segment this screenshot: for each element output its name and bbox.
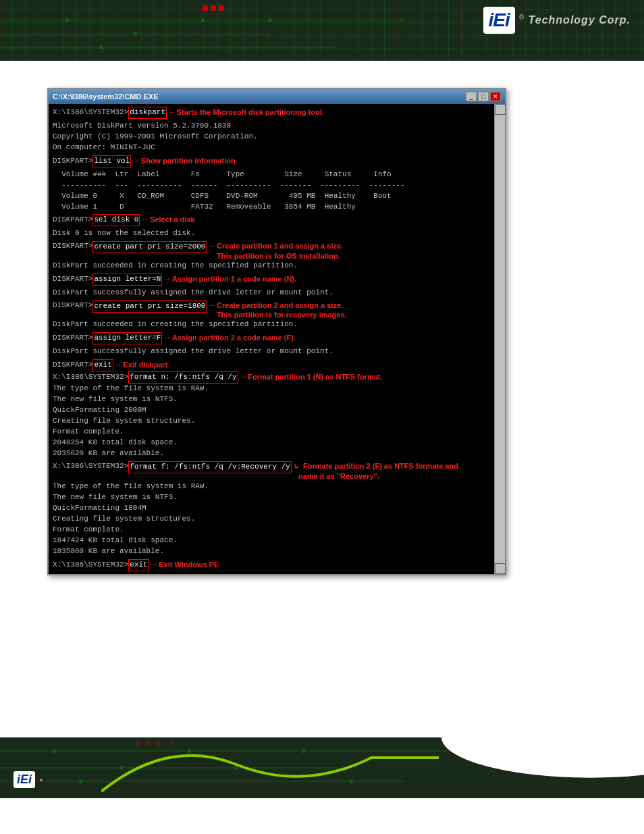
table-header: Volume ### Ltr Label Fs Type Size Status… xyxy=(53,170,490,180)
cmd-line-copyright: Copyright (C) 1999-2001 Microsoft Corpor… xyxy=(53,132,490,142)
annotation-seldisk: Select a disk xyxy=(150,215,195,226)
svg-point-6 xyxy=(99,45,103,49)
cmd-line-seldisk: DISKPART> sel disk 0 → Select a disk xyxy=(53,214,490,226)
cmd-createpart2: create part pri size=1800 xyxy=(92,301,207,313)
scroll-up-button[interactable]: ▲ xyxy=(495,104,506,115)
arrow-formatN: → xyxy=(241,372,246,383)
cmd-line-exitdiskpart: DISKPART> exit → Exit diskpart xyxy=(53,359,490,371)
cmd-line-formatN: X:\I386\SYSTEM32>format n: /fs:ntfs /q /… xyxy=(53,371,490,384)
version-text: Microsoft DiskPart version 5.2.3790.1830 xyxy=(53,122,231,130)
cmd-listvol: list vol xyxy=(92,155,131,167)
annotation-exitpe: Exit Windows PE xyxy=(159,560,219,571)
maximize-button[interactable]: □ xyxy=(478,92,489,101)
arrow-createpart2: → xyxy=(209,301,214,311)
close-button[interactable]: ✕ xyxy=(490,92,501,101)
cmd-line-assignF: DISKPART> assign letter=F → Assign parti… xyxy=(53,332,490,344)
svg-point-7 xyxy=(268,18,272,22)
arrow-exitpe: → xyxy=(152,560,157,571)
assignF-result: DiskPart successfully assigned the drive… xyxy=(53,347,333,355)
annotation-exitdiskpart: Exit diskpart xyxy=(123,360,167,371)
annotation-diskpart: Starts the Microsoft disk partitioning t… xyxy=(177,107,324,118)
cmd-outer-wrapper: C:\X:\I386\system32\CMD.EXE _ □ ✕ ▲ ▼ xyxy=(27,88,617,575)
createpart1-result: DiskPart succeeded in creating the speci… xyxy=(53,261,298,269)
createpart2-result: DiskPart succeeded in creating the speci… xyxy=(53,320,298,328)
bottom-spacer xyxy=(0,589,644,737)
minimize-button[interactable]: _ xyxy=(466,92,477,101)
annotation-formatF: ↳ Formate partition 2 (F) as NTFS format… xyxy=(294,461,458,482)
annotation-listvol: Show partition information xyxy=(141,156,236,167)
arrow-1: → xyxy=(169,107,174,118)
cmd-line-createpart2: DISKPART> create part pri size=1800 → Cr… xyxy=(53,301,490,320)
footer-green-curve xyxy=(101,737,439,798)
cmd-assignF: assign letter=F xyxy=(92,332,162,344)
arrow-createpart1: → xyxy=(209,241,214,252)
annotation-assignF: Assign partition 2 a code name (F). xyxy=(172,333,296,344)
cmd-formatN-3: QuickFormatting 2000M xyxy=(53,405,490,416)
table-sep: ---------- --- ---------- ------ -------… xyxy=(53,180,490,191)
cmd-body: ▲ ▼ X:\I386\SYSTEM32>diskpart → Starts t… xyxy=(49,104,505,574)
cmd-diskpart: diskpart xyxy=(128,107,167,119)
cmd-formatF-2: The new file system is NTFS. xyxy=(53,492,490,503)
cmd-titlebar: C:\X:\I386\system32\CMD.EXE _ □ ✕ xyxy=(49,89,505,104)
cmd-exitpe: exit xyxy=(128,559,149,571)
prompt-exitdiskpart: DISKPART> xyxy=(53,360,92,371)
table-row-1: Volume 1 D FAT32 Removeable 3854 MB Heal… xyxy=(53,202,490,213)
cmd-line-createpart1-result: DiskPart succeeded in creating the speci… xyxy=(53,261,490,271)
cmd-exitdiskpart: exit xyxy=(92,359,113,371)
cmd-line-exitpe: X:\I386\SYSTEM32>exit → Exit Windows PE xyxy=(53,559,490,571)
arrow-assignF: → xyxy=(165,333,169,344)
svg-point-3 xyxy=(65,18,70,22)
prompt-formatF: X:\I386\SYSTEM32> xyxy=(53,461,128,472)
header-decoration xyxy=(203,5,224,11)
prompt-seldisk: DISKPART> xyxy=(53,215,92,226)
cmd-line-assignN-result: DiskPart successfully assigned the drive… xyxy=(53,288,490,298)
cmd-formatF-7: 1835860 KB are available. xyxy=(53,546,490,557)
arrow-exitdiskpart: → xyxy=(116,360,121,371)
top-header: iEi ® Technology Corp. xyxy=(0,0,644,61)
cmd-formatF-3: QuickFormatting 1804M xyxy=(53,503,490,514)
cmd-line-assignN: DISKPART> assign letter=N → Assign parti… xyxy=(53,273,490,286)
annotation-formatN: Format partition 1 (N) as NTFS format. xyxy=(248,372,382,383)
cmd-controls[interactable]: _ □ ✕ xyxy=(466,92,501,101)
cmd-text-area: X:\I386\SYSTEM32>diskpart → Starts the M… xyxy=(53,107,490,571)
cmd-formatF: format f: /fs:ntfs /q /v:Recovery /y xyxy=(128,461,292,473)
annotation-createpart1: Create partition 1 and assign a size.Thi… xyxy=(217,241,343,261)
disk0-text: Disk 0 is now the selected disk. xyxy=(53,229,195,237)
scrollbar[interactable]: ▲ ▼ xyxy=(494,104,505,574)
cmd-formatF-6: 1847424 KB total disk space. xyxy=(53,536,490,546)
cmd-formatN-7: 2035620 KB are available. xyxy=(53,448,490,459)
cmd-line-computer: On computer: MININT-JUC xyxy=(53,142,490,153)
cmd-window: C:\X:\I386\system32\CMD.EXE _ □ ✕ ▲ ▼ xyxy=(47,88,506,575)
cmd-seldisk: sel disk 0 xyxy=(92,214,140,226)
cmd-assignN: assign letter=N xyxy=(92,273,162,286)
prompt-createpart1: DISKPART> xyxy=(53,241,92,252)
prompt-createpart2: DISKPART> xyxy=(53,301,92,311)
main-content: C:\X:\I386\system32\CMD.EXE _ □ ✕ ▲ ▼ xyxy=(0,74,644,589)
prompt-exitpe: X:\I386\SYSTEM32> xyxy=(53,560,128,571)
scroll-down-button[interactable]: ▼ xyxy=(495,563,506,574)
cmd-formatF-1: The type of the file system is RAW. xyxy=(53,481,490,492)
prompt-listvol: DISKPART> xyxy=(53,156,92,167)
cmd-line-disk0selected: Disk 0 is now the selected disk. xyxy=(53,228,490,239)
footer-logo-text: iEi xyxy=(14,771,35,788)
cmd-formatN-4: Creating file system structures. xyxy=(53,416,490,427)
cmd-line-createpart2-result: DiskPart succeeded in creating the speci… xyxy=(53,319,490,330)
prompt-assignF: DISKPART> xyxy=(53,333,92,344)
cmd-formatN: format n: /fs:ntfs /q /y xyxy=(128,371,238,384)
arrow-assignN: → xyxy=(165,274,169,285)
cmd-formatN-5: Format complete. xyxy=(53,427,490,438)
annotation-assignN: Assign partition 1 a code name (N). xyxy=(172,274,296,285)
cmd-line-diskpart: X:\I386\SYSTEM32>diskpart → Starts the M… xyxy=(53,107,490,119)
cmd-formatF-5: Format complete. xyxy=(53,525,490,536)
svg-point-4 xyxy=(133,32,137,36)
prompt-formatN: X:\I386\SYSTEM32> xyxy=(53,372,128,383)
svg-point-14 xyxy=(79,779,83,783)
arrow-listvol: → xyxy=(134,156,138,167)
bottom-footer: iEi ● xyxy=(0,737,644,798)
cmd-formatN-2: The new file system is NTFS. xyxy=(53,394,490,405)
circuit-decoration xyxy=(0,0,644,61)
cmd-line-assignF-result: DiskPart successfully assigned the drive… xyxy=(53,346,490,357)
cmd-formatN-1: The type of the file system is RAW. xyxy=(53,384,490,394)
cmd-title-text: C:\X:\I386\system32\CMD.EXE xyxy=(53,93,159,101)
prompt-assignN: DISKPART> xyxy=(53,274,92,285)
